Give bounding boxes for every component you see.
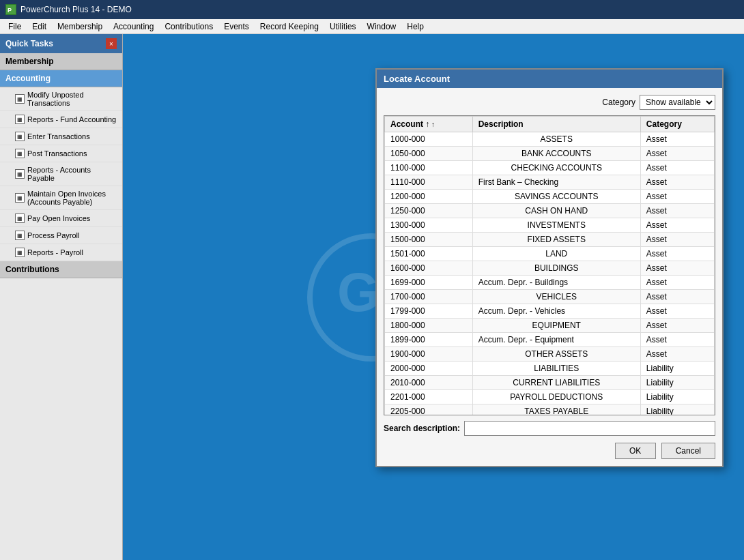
menu-recordkeeping[interactable]: Record Keeping xyxy=(255,20,324,33)
category-cell: Asset xyxy=(640,347,714,362)
table-row[interactable]: 2000-000LIABILITIESLiability xyxy=(385,362,715,376)
description-cell: OTHER ASSETS xyxy=(472,347,640,362)
description-cell: INVESTMENTS xyxy=(472,218,640,233)
description-cell: Accum. Depr. - Vehicles xyxy=(472,304,640,319)
account-cell: 1600-000 xyxy=(385,261,473,276)
account-tbody: 1000-000ASSETSAsset1050-000BANK ACCOUNTS… xyxy=(385,132,715,416)
table-row[interactable]: 1900-000OTHER ASSETSAsset xyxy=(385,347,715,362)
sidebar-section-accounting[interactable]: Accounting xyxy=(0,70,122,87)
category-cell: Asset xyxy=(640,161,714,175)
account-cell: 2201-000 xyxy=(385,390,473,404)
app-title: PowerChurch Plus 14 - DEMO xyxy=(20,5,132,14)
sidebar-section-contributions[interactable]: Contributions xyxy=(0,261,122,278)
table-row[interactable]: 1000-000ASSETSAsset xyxy=(385,132,715,147)
description-cell: Accum. Depr. - Buildings xyxy=(472,276,640,290)
table-row[interactable]: 1799-000Accum. Depr. - VehiclesAsset xyxy=(385,304,715,319)
description-cell: FIXED ASSETS xyxy=(472,233,640,247)
pay-invoices-icon: ▦ xyxy=(15,213,25,223)
reports-fund-icon: ▦ xyxy=(15,115,25,124)
account-table: Account ↑ Description Category 1000-000A… xyxy=(384,116,715,415)
table-row[interactable]: 1501-000LANDAsset xyxy=(385,247,715,261)
account-cell: 1200-000 xyxy=(385,190,473,204)
sidebar-item-reports-accounts-payable[interactable]: ▦ Reports - Accounts Payable xyxy=(0,162,122,186)
account-cell: 2010-000 xyxy=(385,376,473,390)
description-cell: CURRENT LIABILITIES xyxy=(472,376,640,390)
table-row[interactable]: 1699-000Accum. Depr. - BuildingsAsset xyxy=(385,276,715,290)
table-row[interactable]: 1100-000CHECKING ACCOUNTSAsset xyxy=(385,161,715,175)
menu-bar: File Edit Membership Accounting Contribu… xyxy=(0,19,744,34)
account-cell: 1110-000 xyxy=(385,175,473,190)
table-row[interactable]: 2010-000CURRENT LIABILITIESLiability xyxy=(385,376,715,390)
search-label: Search description: xyxy=(384,424,460,433)
category-cell: Asset xyxy=(640,261,714,276)
sidebar-item-pay-invoices[interactable]: ▦ Pay Open Invoices xyxy=(0,210,122,227)
menu-help[interactable]: Help xyxy=(401,20,429,33)
account-cell: 1800-000 xyxy=(385,319,473,333)
description-cell: BUILDINGS xyxy=(472,261,640,276)
category-cell: Asset xyxy=(640,290,714,304)
description-cell: LAND xyxy=(472,247,640,261)
sidebar-header: Quick Tasks × xyxy=(0,34,122,53)
description-cell: VEHICLES xyxy=(472,290,640,304)
table-row[interactable]: 2205-000TAXES PAYABLELiability xyxy=(385,404,715,416)
sidebar-item-modify-unposted[interactable]: ▦ Modify Unposted Transactions xyxy=(0,87,122,111)
category-cell: Asset xyxy=(640,175,714,190)
table-row[interactable]: 1110-000First Bank – CheckingAsset xyxy=(385,175,715,190)
description-cell: PAYROLL DEDUCTIONS xyxy=(472,390,640,404)
sidebar-close-button[interactable]: × xyxy=(106,38,117,49)
table-row[interactable]: 1700-000VEHICLESAsset xyxy=(385,290,715,304)
table-row[interactable]: 1500-000FIXED ASSETSAsset xyxy=(385,233,715,247)
category-cell: Asset xyxy=(640,204,714,218)
description-cell: CASH ON HAND xyxy=(472,204,640,218)
sidebar-item-process-payroll[interactable]: ▦ Process Payroll xyxy=(0,227,122,244)
sidebar-item-reports-fund[interactable]: ▦ Reports - Fund Accounting xyxy=(0,111,122,128)
menu-events[interactable]: Events xyxy=(218,20,255,33)
col-category: Category xyxy=(640,117,714,132)
category-cell: Asset xyxy=(640,233,714,247)
col-account: Account ↑ xyxy=(385,117,473,132)
sidebar-item-enter-transactions[interactable]: ▦ Enter Transactions xyxy=(0,128,122,145)
menu-edit[interactable]: Edit xyxy=(27,20,52,33)
maintain-invoices-icon: ▦ xyxy=(15,193,25,203)
menu-file[interactable]: File xyxy=(3,20,27,33)
search-input[interactable] xyxy=(464,421,715,436)
menu-accounting[interactable]: Accounting xyxy=(108,20,159,33)
account-cell: 1050-000 xyxy=(385,147,473,161)
menu-membership[interactable]: Membership xyxy=(52,20,108,33)
category-cell: Liability xyxy=(640,390,714,404)
search-row: Search description: xyxy=(384,421,715,436)
description-cell: SAVINGS ACCOUNTS xyxy=(472,190,640,204)
table-row[interactable]: 1300-000INVESTMENTSAsset xyxy=(385,218,715,233)
dialog-body: Category Show availableAllAssetLiability… xyxy=(377,88,722,466)
table-row[interactable]: 1050-000BANK ACCOUNTSAsset xyxy=(385,147,715,161)
description-cell: LIABILITIES xyxy=(472,362,640,376)
table-row[interactable]: 1250-000CASH ON HANDAsset xyxy=(385,204,715,218)
cancel-button[interactable]: Cancel xyxy=(661,443,715,459)
title-bar: P PowerChurch Plus 14 - DEMO xyxy=(0,0,744,19)
category-cell: Asset xyxy=(640,319,714,333)
menu-window[interactable]: Window xyxy=(362,20,402,33)
table-row[interactable]: 1200-000SAVINGS ACCOUNTSAsset xyxy=(385,190,715,204)
table-row[interactable]: 1800-000EQUIPMENTAsset xyxy=(385,319,715,333)
account-table-wrapper[interactable]: Account ↑ Description Category 1000-000A… xyxy=(384,115,715,415)
account-cell: 1000-000 xyxy=(385,132,473,147)
locate-account-dialog: Locate Account Category Show availableAl… xyxy=(375,68,724,467)
category-cell: Asset xyxy=(640,333,714,347)
category-cell: Asset xyxy=(640,276,714,290)
sidebar-item-post-transactions[interactable]: ▦ Post Transactions xyxy=(0,145,122,162)
menu-contributions[interactable]: Contributions xyxy=(159,20,218,33)
col-description: Description xyxy=(472,117,640,132)
table-row[interactable]: 2201-000PAYROLL DEDUCTIONSLiability xyxy=(385,390,715,404)
description-cell: CHECKING ACCOUNTS xyxy=(472,161,640,175)
category-label: Category xyxy=(602,98,635,107)
table-row[interactable]: 1600-000BUILDINGSAsset xyxy=(385,261,715,276)
ok-button[interactable]: OK xyxy=(615,443,656,459)
category-select[interactable]: Show availableAllAssetLiabilityFund Bala… xyxy=(640,95,715,110)
table-row[interactable]: 1899-000Accum. Depr. - EquipmentAsset xyxy=(385,333,715,347)
description-cell: EQUIPMENT xyxy=(472,319,640,333)
sidebar-section-membership[interactable]: Membership xyxy=(0,53,122,70)
sidebar-item-reports-payroll[interactable]: ▦ Reports - Payroll xyxy=(0,244,122,261)
sidebar-item-maintain-invoices[interactable]: ▦ Maintain Open Invoices (Accounts Payab… xyxy=(0,186,122,210)
account-cell: 1700-000 xyxy=(385,290,473,304)
menu-utilities[interactable]: Utilities xyxy=(324,20,362,33)
